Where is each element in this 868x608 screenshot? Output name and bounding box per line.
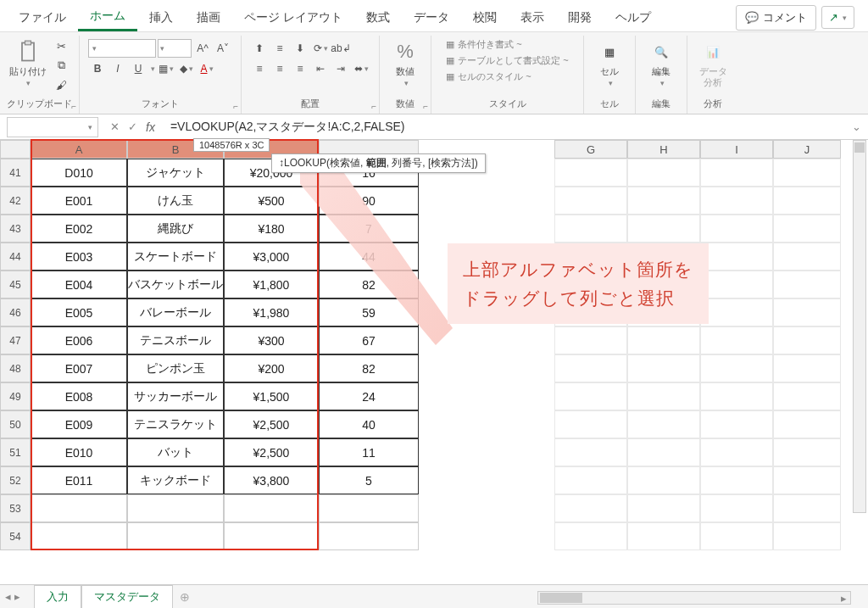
cell[interactable]: ¥2,500 xyxy=(224,438,319,466)
cell[interactable] xyxy=(773,243,841,271)
cell[interactable] xyxy=(627,494,700,522)
sheet-nav[interactable]: ◂ ▸ xyxy=(5,590,20,603)
wrap-text-button[interactable]: ab↲ xyxy=(331,39,350,58)
cell[interactable] xyxy=(627,215,700,243)
cell[interactable]: E007 xyxy=(31,354,127,382)
tab-file[interactable]: ファイル xyxy=(7,5,78,31)
tab-draw[interactable]: 描画 xyxy=(185,5,232,31)
cell[interactable] xyxy=(700,438,773,466)
cell[interactable]: ¥300 xyxy=(224,326,319,354)
cell[interactable]: バット xyxy=(127,438,224,466)
align-bottom-button[interactable]: ⬇ xyxy=(291,39,309,58)
cell[interactable]: ¥1,800 xyxy=(224,271,319,298)
column-header-j[interactable]: J xyxy=(773,140,841,159)
cell[interactable]: E001 xyxy=(31,187,127,215)
cell[interactable]: テニスラケット xyxy=(127,410,224,438)
cell[interactable] xyxy=(773,438,841,466)
tab-layout[interactable]: ページ レイアウト xyxy=(232,5,354,31)
row-header[interactable]: 49 xyxy=(0,382,31,410)
underline-button[interactable]: U xyxy=(129,59,147,78)
cells-button[interactable]: ▦ セル ▾ xyxy=(591,37,628,89)
format-as-table-button[interactable]: ▦テーブルとして書式設定 ~ xyxy=(444,53,570,68)
copy-button[interactable]: ⧉ xyxy=(52,57,72,74)
cell[interactable]: バレーボール xyxy=(127,298,224,326)
row-header[interactable]: 48 xyxy=(0,354,31,382)
cells-grid[interactable]: D010ジャケット¥20,00016E001けん玉¥50090E002縄跳び¥1… xyxy=(31,159,841,550)
cell[interactable]: ピンポン玉 xyxy=(127,354,224,382)
dialog-launcher-icon[interactable]: ⌐ xyxy=(233,102,238,111)
cell[interactable] xyxy=(773,466,841,494)
cell[interactable]: 11 xyxy=(319,438,419,466)
tab-dev[interactable]: 開発 xyxy=(556,5,604,31)
cell[interactable] xyxy=(627,438,700,466)
cell[interactable] xyxy=(773,215,841,243)
cell[interactable] xyxy=(554,187,627,215)
cell[interactable]: ¥200 xyxy=(224,354,319,382)
cell[interactable]: 82 xyxy=(319,354,419,382)
cell[interactable] xyxy=(773,354,841,382)
cell[interactable] xyxy=(773,298,841,326)
cell[interactable]: E003 xyxy=(31,243,127,271)
row-header[interactable]: 53 xyxy=(0,494,31,522)
cell[interactable] xyxy=(700,410,773,438)
cell[interactable] xyxy=(127,494,224,522)
sheet-tab-master[interactable]: マスタデータ xyxy=(81,585,173,608)
row-header[interactable]: 41 xyxy=(0,159,31,187)
tab-formula[interactable]: 数式 xyxy=(354,5,402,31)
cell[interactable] xyxy=(554,522,627,550)
vertical-scrollbar[interactable] xyxy=(853,140,866,513)
merge-button[interactable]: ⬌▾ xyxy=(352,59,370,78)
cell[interactable] xyxy=(554,159,627,187)
align-center-button[interactable]: ≡ xyxy=(270,59,289,78)
cell[interactable] xyxy=(319,522,419,550)
column-header-a[interactable]: A xyxy=(31,140,127,159)
cell[interactable]: ¥180 xyxy=(224,215,319,243)
cell[interactable] xyxy=(627,159,700,187)
cell[interactable]: サッカーボール xyxy=(127,382,224,410)
add-sheet-button[interactable]: ⊕ xyxy=(173,587,197,607)
row-header[interactable]: 42 xyxy=(0,187,31,215)
cell[interactable] xyxy=(700,215,773,243)
cell[interactable] xyxy=(627,522,700,550)
font-name-dropdown[interactable]: ▾ xyxy=(88,39,156,58)
cell[interactable] xyxy=(773,382,841,410)
cell[interactable] xyxy=(554,382,627,410)
cell[interactable] xyxy=(554,438,627,466)
select-all-button[interactable] xyxy=(0,140,31,159)
cell[interactable]: ¥3,800 xyxy=(224,466,319,494)
tab-insert[interactable]: 挿入 xyxy=(137,5,185,31)
cell[interactable] xyxy=(700,298,773,326)
cell[interactable] xyxy=(773,271,841,298)
cell[interactable] xyxy=(700,522,773,550)
italic-button[interactable]: I xyxy=(108,59,127,78)
cell[interactable]: テニスボール xyxy=(127,326,224,354)
row-header[interactable]: 54 xyxy=(0,522,31,550)
cell[interactable] xyxy=(700,466,773,494)
data-analysis-button[interactable]: 📊 データ 分析 xyxy=(694,37,732,90)
row-header[interactable]: 52 xyxy=(0,466,31,494)
row-header[interactable]: 45 xyxy=(0,271,31,298)
number-format-button[interactable]: % 数値 ▾ xyxy=(387,37,424,89)
cell[interactable] xyxy=(554,494,627,522)
cell[interactable]: 7 xyxy=(319,215,419,243)
cell[interactable] xyxy=(700,382,773,410)
tab-view[interactable]: 表示 xyxy=(509,5,556,31)
cell[interactable] xyxy=(700,354,773,382)
cell[interactable]: 90 xyxy=(319,187,419,215)
dialog-launcher-icon[interactable]: ⌐ xyxy=(371,102,376,111)
increase-font-button[interactable]: A^ xyxy=(193,39,212,58)
cell[interactable]: バスケットボール xyxy=(127,271,224,298)
increase-indent-button[interactable]: ⇥ xyxy=(331,59,350,78)
cancel-formula-button[interactable]: ✕ xyxy=(110,120,120,133)
cell[interactable]: E008 xyxy=(31,382,127,410)
cell[interactable]: 59 xyxy=(319,298,419,326)
cell[interactable] xyxy=(627,354,700,382)
cell[interactable] xyxy=(773,159,841,187)
cell[interactable] xyxy=(700,187,773,215)
cell[interactable] xyxy=(554,354,627,382)
format-painter-button[interactable]: 🖌 xyxy=(52,76,72,93)
cell[interactable] xyxy=(773,326,841,354)
cell[interactable]: 82 xyxy=(319,271,419,298)
cell-styles-button[interactable]: ▦セルのスタイル ~ xyxy=(444,70,570,84)
tab-home[interactable]: ホーム xyxy=(78,3,137,31)
